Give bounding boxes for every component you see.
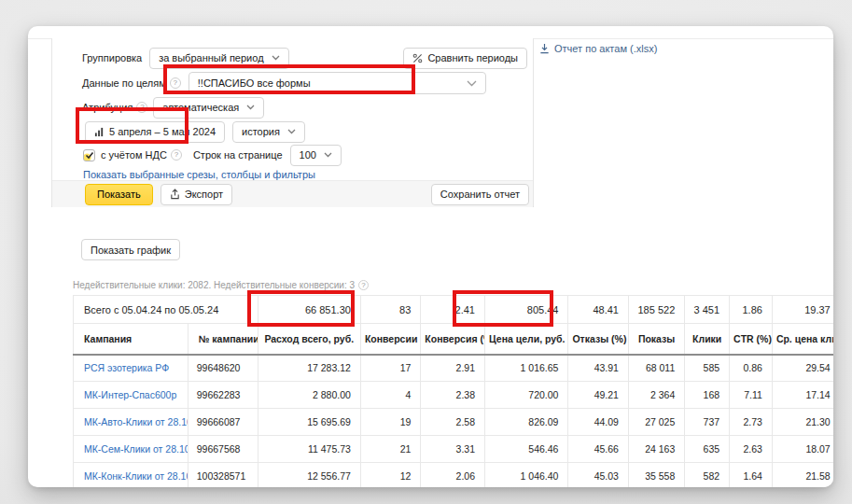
grouping-select-value: за выбранный период: [159, 52, 263, 63]
metric-cell: 3.31: [421, 436, 485, 463]
campaign-name-cell: МК-Конк-Клики от 28.10.23: [74, 463, 189, 488]
metric-cell: 24 163: [628, 436, 684, 463]
metric-cell: 4: [360, 382, 420, 409]
table-row: МК-Сем-Клики от 28.10.239966756811 475.7…: [74, 436, 834, 463]
export-button[interactable]: Экспорт: [161, 184, 232, 205]
rows-per-page-select[interactable]: 100: [290, 145, 342, 166]
column-header[interactable]: Конверсия (%): [421, 324, 485, 355]
metric-cell: 7.11: [730, 382, 773, 409]
column-header[interactable]: Клики: [685, 324, 730, 355]
metric-cell: 168: [685, 382, 730, 409]
metric-cell: 2 880.00: [258, 382, 360, 409]
vat-checkbox-label: с учётом НДС: [101, 149, 167, 161]
export-button-label: Экспорт: [185, 189, 223, 200]
column-header-label: CTR (%): [733, 333, 772, 344]
metric-cell: 17 283.12: [258, 355, 360, 382]
export-upload-icon: [170, 189, 180, 200]
column-header-label: Показы: [638, 333, 675, 344]
column-header-label: Расход всего, руб.: [264, 333, 354, 344]
column-header[interactable]: Отказы (%): [568, 324, 628, 355]
annotation-box-total-cost: [247, 290, 355, 327]
show-chart-label: Показать график: [91, 245, 171, 256]
annotation-box-goal-select: [163, 64, 415, 94]
totals-cell: 83: [360, 296, 420, 324]
campaign-name-cell: МК-Сем-Клики от 28.10.23: [74, 436, 189, 463]
invalid-stats-text: Недействительные клики: 2082. Недействит…: [73, 280, 355, 290]
metric-cell: 21: [360, 436, 420, 463]
totals-cell: 185 522: [628, 296, 684, 324]
metric-cell: 17: [360, 355, 420, 382]
column-header[interactable]: Конверсии: [360, 324, 420, 355]
chevron-down-icon: [272, 55, 280, 61]
download-icon: [539, 43, 550, 54]
column-header[interactable]: Цена цели, руб.: [485, 324, 568, 355]
goals-label: Данные по целям: [82, 77, 166, 89]
vat-checkbox[interactable]: [83, 149, 95, 161]
chevron-down-icon: [324, 152, 332, 158]
help-icon[interactable]: ?: [171, 149, 182, 161]
column-header[interactable]: Показы: [628, 324, 684, 355]
campaign-name-cell: РСЯ эзотерика РФ: [74, 355, 189, 382]
compare-periods-label: Сравнить периоды: [427, 52, 518, 63]
metric-cell: 585: [685, 355, 730, 382]
history-select[interactable]: история: [232, 121, 305, 143]
help-icon[interactable]: ?: [358, 280, 369, 290]
metric-cell: 720.00: [485, 382, 568, 409]
campaign-id-cell: 99648620: [188, 355, 258, 382]
metric-cell: 15 695.69: [258, 409, 360, 436]
rows-per-page-label: Строк на странице: [193, 149, 283, 161]
metric-cell: 826.09: [485, 409, 568, 436]
column-header[interactable]: Расход всего, руб.: [258, 324, 360, 355]
metric-cell: 44.09: [568, 409, 628, 436]
chevron-down-icon: [467, 80, 477, 87]
save-report-button[interactable]: Сохранить отчет: [431, 184, 529, 205]
campaign-id-cell: 99667568: [188, 436, 258, 463]
report-window: Группировка за выбранный период Сравнить…: [28, 26, 833, 487]
chevron-down-icon: [246, 105, 255, 110]
column-header[interactable]: Ср. цена клика, руб.: [772, 324, 833, 355]
metric-cell: 2.63: [730, 436, 773, 463]
metric-cell: 18.07: [772, 436, 833, 463]
compare-periods-button[interactable]: Сравнить периоды: [403, 48, 527, 69]
grouping-label: Группировка: [82, 52, 142, 63]
metric-cell: 12 556.77: [258, 463, 360, 488]
column-header-label: Конверсии: [365, 333, 417, 344]
campaign-link[interactable]: МК-Авто-Клики от 28.10.23: [84, 416, 188, 427]
metric-cell: 635: [685, 436, 730, 463]
metric-cell: 1 046.40: [485, 463, 568, 488]
campaign-link[interactable]: МК-Интер-Спас600р: [84, 389, 176, 400]
filter-panel-footer: Показать Экспорт Сохранить отчет: [52, 180, 533, 207]
show-button[interactable]: Показать: [85, 184, 153, 205]
metric-cell: 582: [685, 463, 730, 488]
acts-report-link[interactable]: Отчет по актам (.xlsx): [539, 43, 657, 54]
metric-cell: 43.91: [568, 355, 628, 382]
show-chart-button[interactable]: Показать график: [81, 239, 180, 260]
metric-cell: 29.54: [772, 355, 833, 382]
metric-cell: 1 016.65: [485, 355, 568, 382]
metric-cell: 17.14: [772, 382, 833, 409]
column-header[interactable]: CTR (%): [730, 324, 773, 355]
column-header[interactable]: № кампании▲: [188, 324, 258, 355]
metric-cell: 49.21: [568, 382, 628, 409]
column-header[interactable]: Кампания: [74, 324, 189, 355]
metric-cell: 546.46: [485, 436, 568, 463]
totals-cell: 1.86: [730, 296, 773, 324]
acts-report-label: Отчет по актам (.xlsx): [554, 43, 657, 54]
metric-cell: 21.58: [772, 463, 833, 488]
campaign-link[interactable]: МК-Конк-Клики от 28.10.23: [84, 470, 188, 482]
column-header-label: Отказы (%): [572, 333, 626, 344]
table-row: МК-Авто-Клики от 28.10.239966608715 695.…: [74, 409, 834, 436]
column-header-label: Клики: [692, 333, 721, 344]
metric-cell: 0.86: [730, 355, 773, 382]
show-slices-link[interactable]: Показать выбранные срезы, столбцы и филь…: [83, 169, 315, 181]
table-row: МК-Конк-Клики от 28.10.2310032857112 556…: [74, 463, 834, 488]
campaign-link[interactable]: МК-Сем-Клики от 28.10.23: [84, 443, 188, 455]
campaign-link[interactable]: РСЯ эзотерика РФ: [84, 362, 169, 373]
metric-cell: 2.06: [421, 463, 485, 488]
campaign-name-cell: МК-Интер-Спас600р: [74, 382, 189, 409]
totals-cell: 3 451: [685, 296, 730, 324]
metric-cell: 35 558: [628, 463, 684, 488]
metric-cell: 21.30: [772, 409, 833, 436]
metric-cell: 12: [360, 463, 420, 488]
annotation-box-date-range: [76, 107, 189, 144]
